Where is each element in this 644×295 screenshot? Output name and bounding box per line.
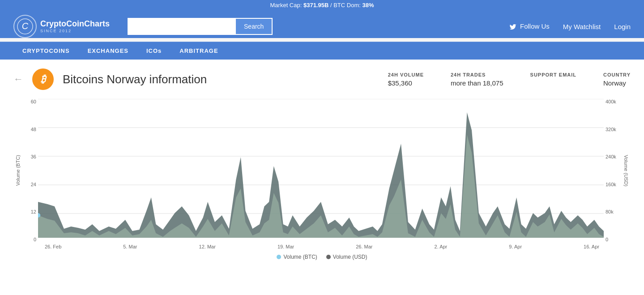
legend-btc-label: Volume (BTC) [283, 254, 317, 260]
watchlist-link[interactable]: My Watchlist [563, 23, 601, 30]
logo-text: CryptoCoinCharts SINCE 2012 [40, 20, 110, 33]
legend-btc-dot [277, 255, 281, 259]
stat-trades-value: more than 18,075 [451, 79, 503, 87]
stat-volume: 24H VOLUME $35,360 [388, 72, 424, 87]
legend-usd: Volume (USD) [326, 254, 367, 260]
ticker-bar: Market Cap: $371.95B / BTC Dom: 38% [0, 0, 644, 10]
logo-since: SINCE 2012 [40, 29, 110, 33]
login-link[interactable]: Login [614, 23, 631, 30]
y-axis-right-label: Volume (USD) [623, 155, 629, 186]
ticker-prefix: Market Cap: [270, 2, 303, 9]
stat-trades-label: 24H TRADES [451, 72, 503, 77]
legend-usd-dot [326, 255, 331, 259]
stat-email-label: SUPPORT EMAIL [530, 72, 576, 77]
exchange-title: Bitcoins Norway information [63, 73, 207, 86]
nav-icos[interactable]: ICOs [137, 42, 171, 60]
chart-svg [38, 99, 604, 242]
stat-volume-value: $35,360 [388, 79, 424, 87]
follow-us-link[interactable]: Follow Us [509, 22, 550, 30]
x-axis-labels: 26. Feb 5. Mar 12. Mar 19. Mar 26. Mar 2… [45, 242, 599, 249]
y-axis-left: 60 48 36 24 12 0 [22, 99, 38, 242]
header-right: Follow Us My Watchlist Login [509, 22, 631, 30]
nav-cryptocoins[interactable]: CRYPTOCOINS [13, 42, 79, 60]
search-button[interactable]: Search [235, 18, 273, 35]
exchange-logo: ₿ [32, 68, 54, 90]
chart-legend: Volume (BTC) Volume (USD) [13, 254, 631, 260]
logo[interactable]: C CryptoCoinCharts SINCE 2012 [13, 15, 110, 38]
ticker-btc-dom: 38% [362, 2, 374, 9]
svg-text:C: C [22, 21, 29, 31]
stat-country: COUNTRY Norway [603, 72, 631, 87]
ticker-separator: / BTC Dom: [328, 2, 362, 9]
y-axis-left-label: Volume (BTC) [15, 155, 21, 186]
stat-volume-label: 24H VOLUME [388, 72, 424, 77]
exchange-stats: 24H VOLUME $35,360 24H TRADES more than … [388, 72, 631, 87]
exchange-header: ← ₿ Bitcoins Norway information 24H VOLU… [13, 68, 631, 90]
stat-email: SUPPORT EMAIL [530, 72, 576, 87]
main-content: ← ₿ Bitcoins Norway information 24H VOLU… [0, 60, 644, 295]
back-button[interactable]: ← [13, 73, 23, 85]
y-axis-right: 400k 320k 240k 160k 80k 0 [604, 99, 622, 242]
logo-icon: C [13, 15, 37, 38]
nav-exchanges[interactable]: EXCHANGES [79, 42, 137, 60]
follow-us-text: Follow Us [520, 22, 550, 30]
btc-symbol: ₿ [41, 73, 46, 85]
stat-trades: 24H TRADES more than 18,075 [451, 72, 503, 87]
nav-arbitrage[interactable]: ARBITRAGE [171, 42, 227, 60]
search-input[interactable] [128, 18, 235, 35]
logo-name: CryptoCoinCharts [40, 20, 110, 29]
stat-country-value: Norway [603, 79, 631, 87]
stat-country-label: COUNTRY [603, 72, 631, 77]
header: C CryptoCoinCharts SINCE 2012 Search Fol… [0, 10, 644, 38]
legend-btc: Volume (BTC) [277, 254, 317, 260]
chart-svg-wrapper [38, 99, 604, 242]
search-area: Search [128, 18, 298, 35]
twitter-icon [509, 23, 516, 30]
legend-usd-label: Volume (USD) [333, 254, 367, 260]
chart-container: Volume (BTC) 60 48 36 24 12 0 [13, 99, 631, 260]
ticker-market-cap: $371.95B [303, 2, 328, 9]
nav-bar: CRYPTOCOINS EXCHANGES ICOs ARBITRAGE [0, 42, 644, 60]
